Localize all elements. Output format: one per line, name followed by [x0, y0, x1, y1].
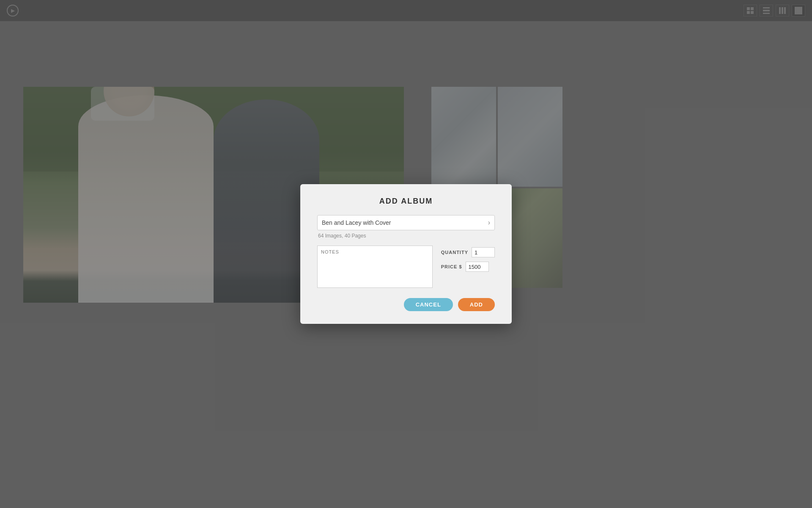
- dialog-body: QUANTITY PRICE $: [317, 246, 495, 288]
- modal-overlay: ADD ALBUM Ben and Lacey with Cover › 64 …: [0, 0, 812, 508]
- cancel-button[interactable]: CANCEL: [404, 298, 453, 311]
- add-album-dialog: ADD ALBUM Ben and Lacey with Cover › 64 …: [300, 184, 512, 324]
- price-row: PRICE $: [441, 262, 495, 272]
- dialog-footer: CANCEL ADD: [317, 298, 495, 311]
- quantity-row: QUANTITY: [441, 247, 495, 257]
- price-label: PRICE $: [441, 264, 462, 269]
- notes-input[interactable]: [317, 246, 433, 288]
- quantity-price-area: QUANTITY PRICE $: [441, 246, 495, 288]
- add-button[interactable]: ADD: [458, 298, 495, 311]
- quantity-input[interactable]: [472, 247, 495, 257]
- dialog-title: ADD ALBUM: [317, 197, 495, 206]
- chevron-right-icon: ›: [488, 219, 490, 226]
- quantity-label: QUANTITY: [441, 250, 468, 255]
- price-input[interactable]: [466, 262, 489, 272]
- album-name-text: Ben and Lacey with Cover: [322, 219, 488, 226]
- album-selector[interactable]: Ben and Lacey with Cover ›: [317, 215, 495, 230]
- album-info: 64 Images, 40 Pages: [317, 233, 495, 239]
